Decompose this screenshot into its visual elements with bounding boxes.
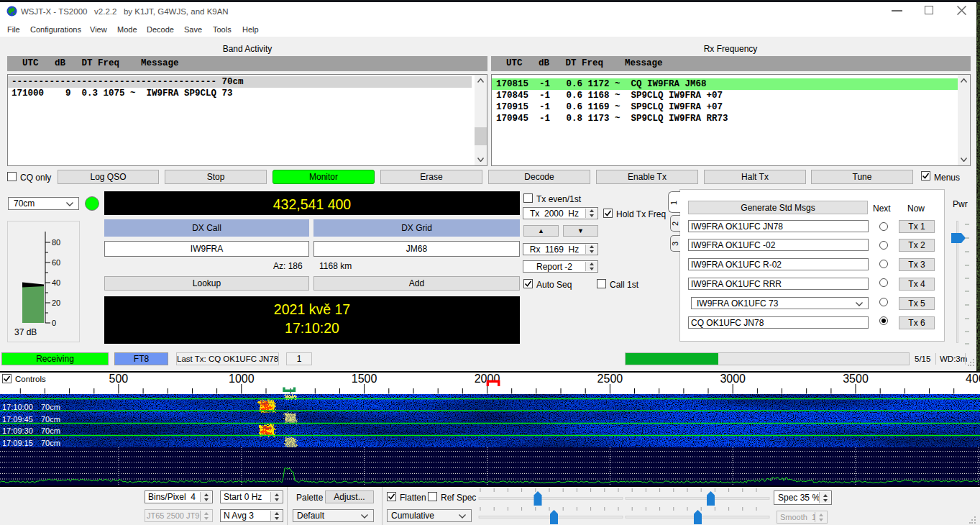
svg-text:70cm: 70cm [41,439,60,447]
svg-text:3: 3 [671,242,679,246]
svg-text:20: 20 [52,298,60,307]
svg-text:60: 60 [52,258,60,267]
svg-text:1500: 1500 [352,373,377,385]
svg-text:17:09:45: 17:09:45 [2,415,33,424]
svg-text:70cm: 70cm [41,403,60,411]
svg-text:2: 2 [671,222,679,226]
svg-text:1000: 1000 [229,373,255,385]
svg-text:0: 0 [52,319,56,327]
svg-text:17:09:30: 17:09:30 [2,426,33,435]
svg-text:40: 40 [52,278,60,287]
svg-text:70cm: 70cm [41,415,60,424]
svg-text:80: 80 [52,238,60,247]
svg-text:70cm: 70cm [41,426,60,435]
svg-text:1: 1 [669,201,678,205]
svg-text:2500: 2500 [597,373,623,385]
svg-text:4000: 4000 [966,373,980,385]
svg-text:3000: 3000 [720,373,746,385]
svg-text:500: 500 [109,373,129,385]
svg-text:17:10:00: 17:10:00 [2,403,33,411]
svg-text:3500: 3500 [843,373,869,385]
svg-text:17:09:15: 17:09:15 [2,439,33,447]
